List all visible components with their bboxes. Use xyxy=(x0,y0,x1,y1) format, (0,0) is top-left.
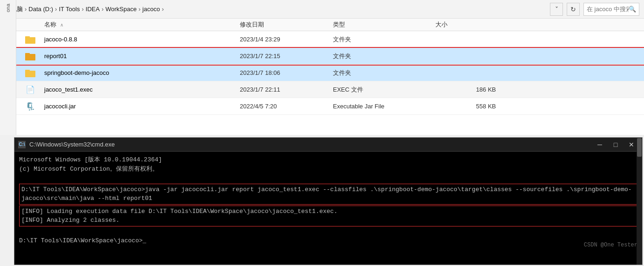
cmd-info-block: [INFO] Loading execution data file D:\IT… xyxy=(19,206,637,226)
folder-icon-2 xyxy=(16,69,44,77)
dropdown-btn[interactable]: ˅ xyxy=(550,3,563,16)
sep-1: › xyxy=(55,6,57,13)
cmd-line-7: D:\IT Tools\IDEA\WorkSpace\jacoco>_ xyxy=(19,236,637,246)
cmd-app-icon: C:\ xyxy=(18,141,26,148)
jar-icon-4: 🗜️ xyxy=(16,102,44,111)
cmd-line-4: [INFO] Loading execution data file D:\IT… xyxy=(21,207,635,216)
folder-icon-1 xyxy=(16,52,44,60)
cmd-title: C:\Windows\System32\cmd.exe xyxy=(29,141,593,148)
file-size-4: 558 KB xyxy=(435,103,505,110)
svg-rect-2 xyxy=(25,54,35,60)
cmd-window-controls: ─ □ ✕ xyxy=(593,140,638,149)
col-header-size[interactable]: 大小 xyxy=(435,20,505,29)
file-date-1: 2023/1/7 22:15 xyxy=(240,53,333,60)
file-name-4: jacococli.jar xyxy=(44,103,240,110)
breadcrumb-item-1[interactable]: Data (D:) xyxy=(28,6,53,13)
cmd-body-container: Microsoft Windows [版本 10.0.19044.2364] (… xyxy=(14,152,642,265)
file-row-3[interactable]: 📄 jacoco_test1.exec 2023/1/7 22:11 EXEC … xyxy=(16,81,644,98)
cmd-scrollbar[interactable] xyxy=(637,138,642,265)
file-type-4: Executable Jar File xyxy=(333,103,435,110)
sep-3: › xyxy=(102,6,103,13)
file-name-1: report01 xyxy=(44,53,240,60)
svg-rect-4 xyxy=(25,71,35,77)
left-strip: ona xyxy=(0,0,16,135)
svg-rect-5 xyxy=(25,70,30,72)
strip-label-ona: ona xyxy=(5,4,11,12)
search-box[interactable]: 🔍 xyxy=(583,3,639,16)
file-name-0: jacoco-0.8.8 xyxy=(44,36,240,43)
cmd-window[interactable]: C:\ C:\Windows\System32\cmd.exe ─ □ ✕ Mi… xyxy=(14,137,643,265)
cmd-body[interactable]: Microsoft Windows [版本 10.0.19044.2364] (… xyxy=(14,152,642,251)
svg-rect-1 xyxy=(25,36,30,38)
file-icon-3: 📄 xyxy=(16,85,44,94)
file-type-1: 文件夹 xyxy=(333,52,435,60)
folder-icon-0 xyxy=(16,35,44,44)
sep-2: › xyxy=(81,6,83,13)
file-explorer: 此电脑 › Data (D:) › IT Tools › IDEA › Work… xyxy=(0,0,644,135)
file-date-0: 2023/1/4 23:29 xyxy=(240,36,333,43)
file-type-2: 文件夹 xyxy=(333,69,435,77)
file-row-0[interactable]: jacoco-0.8.8 2023/1/4 23:29 文件夹 xyxy=(16,31,644,48)
cmd-watermark: CSDN @One Tester xyxy=(584,242,637,248)
cmd-line-1: (c) Microsoft Corporation。保留所有权利。 xyxy=(19,165,637,174)
cmd-scroll-thumb xyxy=(637,138,642,157)
breadcrumb-item-5[interactable]: jacoco xyxy=(142,6,160,13)
file-date-2: 2023/1/7 18:06 xyxy=(240,69,333,76)
breadcrumb-item-4[interactable]: WorkSpace xyxy=(106,6,137,13)
cmd-maximize-btn[interactable]: □ xyxy=(609,140,623,149)
cmd-line-5: [INFO] Analyzing 2 classes. xyxy=(21,216,635,225)
cmd-line-3: D:\IT Tools\IDEA\WorkSpace\jacoco>java -… xyxy=(21,185,635,203)
search-input[interactable] xyxy=(587,6,629,13)
file-type-3: EXEC 文件 xyxy=(333,86,435,94)
sep-4: › xyxy=(138,6,140,13)
col-header-date[interactable]: 修改日期 xyxy=(240,20,333,29)
sep-0: › xyxy=(25,6,27,13)
cmd-line-6 xyxy=(19,227,637,237)
file-size-3: 186 KB xyxy=(435,86,505,93)
cmd-highlighted-block: D:\IT Tools\IDEA\WorkSpace\jacoco>java -… xyxy=(19,184,637,205)
header-row: 名称 ∧ 修改日期 类型 大小 xyxy=(16,19,644,31)
svg-rect-3 xyxy=(25,53,30,55)
col-header-type[interactable]: 类型 xyxy=(333,20,435,29)
file-type-0: 文件夹 xyxy=(333,35,435,44)
breadcrumb-item-3[interactable]: IDEA xyxy=(86,6,100,13)
file-date-4: 2022/4/5 7:20 xyxy=(240,103,333,110)
cmd-line-2 xyxy=(19,173,637,183)
search-icon: 🔍 xyxy=(629,6,636,13)
refresh-btn[interactable]: ↻ xyxy=(567,3,580,16)
breadcrumb-bar: 此电脑 › Data (D:) › IT Tools › IDEA › Work… xyxy=(0,0,644,19)
cmd-minimize-btn[interactable]: ─ xyxy=(593,140,607,149)
cmd-titlebar: C:\ C:\Windows\System32\cmd.exe ─ □ ✕ xyxy=(14,138,642,152)
cmd-line-0: Microsoft Windows [版本 10.0.19044.2364] xyxy=(19,155,637,165)
sort-arrow-name: ∧ xyxy=(60,22,63,27)
col-header-name[interactable]: 名称 ∧ xyxy=(16,20,240,29)
breadcrumb-item-2[interactable]: IT Tools xyxy=(59,6,80,13)
file-row-2[interactable]: springboot-demo-jacoco 2023/1/7 18:06 文件… xyxy=(16,65,644,81)
file-row-1[interactable]: report01 2023/1/7 22:15 文件夹 xyxy=(16,48,644,65)
file-date-3: 2023/1/7 22:11 xyxy=(240,86,333,93)
file-name-2: springboot-demo-jacoco xyxy=(44,69,240,76)
sep-5: › xyxy=(162,6,163,13)
column-headers: 名称 ∧ 修改日期 类型 大小 jacoco-0.8.8 2023/1/4 xyxy=(16,19,644,115)
file-name-3: jacoco_test1.exec xyxy=(44,86,240,93)
breadcrumb-controls: ˅ ↻ 🔍 xyxy=(550,3,639,16)
breadcrumb[interactable]: 此电脑 › Data (D:) › IT Tools › IDEA › Work… xyxy=(5,5,550,13)
file-row-4[interactable]: 🗜️ jacococli.jar 2022/4/5 7:20 Executabl… xyxy=(16,98,644,115)
svg-rect-0 xyxy=(25,37,35,44)
